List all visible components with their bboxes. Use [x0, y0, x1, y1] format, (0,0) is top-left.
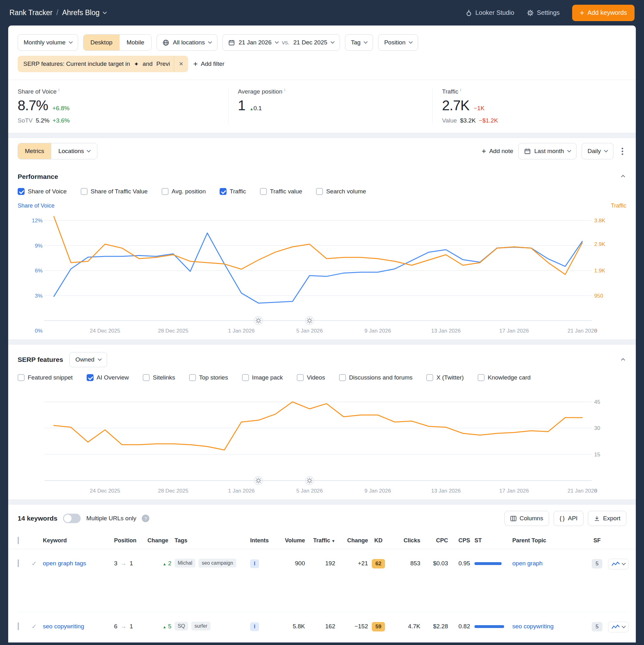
date-range-control[interactable]: 21 Jan 2026 vs. 21 Dec 2025 — [222, 34, 340, 51]
serp-discussions[interactable]: Discussions and forums — [339, 374, 413, 381]
serp-ai-overview[interactable]: AI Overview — [87, 374, 129, 381]
metric-avg-position[interactable]: Avg. position — [162, 188, 206, 195]
tab-metrics[interactable]: Metrics — [18, 143, 51, 159]
chevron-up-icon — [621, 358, 625, 362]
device-desktop-option[interactable]: Desktop — [84, 35, 119, 50]
add-filter-button[interactable]: + Add filter — [193, 60, 224, 68]
checkbox — [339, 374, 346, 381]
col-cps[interactable]: CPS — [448, 537, 470, 544]
export-button[interactable]: Export — [588, 511, 626, 526]
collapse-serp-button[interactable] — [620, 355, 626, 364]
add-keywords-button[interactable]: + Add keywords — [572, 5, 635, 21]
intent-badge[interactable]: I — [250, 559, 259, 568]
breadcrumb-root[interactable]: Rank Tracker — [9, 8, 53, 17]
collapse-performance-button[interactable] — [620, 172, 626, 181]
col-volume[interactable]: Volume — [277, 537, 305, 544]
serp-features-filter-chip[interactable]: SERP features: Current include target in… — [18, 56, 188, 72]
col-keyword[interactable]: Keyword — [43, 537, 114, 544]
remove-filter-icon[interactable]: × — [174, 56, 188, 72]
svg-text:12%: 12% — [32, 218, 42, 224]
col-intents[interactable]: Intents — [250, 537, 277, 544]
svg-text:9 Jan 2026: 9 Jan 2026 — [364, 488, 391, 494]
parent-topic-link[interactable]: open graph — [512, 560, 542, 567]
device-mobile-option[interactable]: Mobile — [119, 35, 151, 50]
download-icon — [594, 515, 600, 521]
position-dropdown[interactable]: Position — [378, 34, 418, 51]
add-note-button[interactable]: + Add note — [482, 147, 513, 155]
serp-image-pack[interactable]: Image pack — [242, 374, 283, 381]
chevron-down-icon[interactable] — [103, 10, 107, 14]
col-kd[interactable]: KD — [368, 537, 389, 544]
date-range-preset-dropdown[interactable]: Last month — [518, 143, 577, 159]
keyword-link[interactable]: open graph tags — [43, 560, 86, 567]
arrow-right-icon: → — [118, 560, 130, 567]
looker-studio-link[interactable]: Looker Studio — [465, 9, 514, 16]
info-icon[interactable]: i — [284, 87, 285, 92]
tag-chip[interactable]: Michal — [175, 559, 195, 568]
col-parent-topic[interactable]: Parent Topic — [512, 537, 588, 544]
svg-text:0%: 0% — [35, 328, 42, 334]
tab-locations[interactable]: Locations — [51, 143, 97, 159]
metric-traffic[interactable]: Traffic — [219, 188, 246, 195]
tag-chip[interactable]: surfer — [191, 622, 210, 631]
checkbox — [80, 188, 88, 195]
table-row: ✓ open graph tags 3→1 ▲ 2 Michal seo cam… — [18, 549, 626, 612]
volume-mode-dropdown[interactable]: Monthly volume — [18, 34, 78, 51]
breadcrumb-project[interactable]: Ahrefs Blog — [62, 8, 100, 17]
locations-dropdown[interactable]: All locations — [157, 34, 217, 51]
svg-text:3.8K: 3.8K — [594, 218, 606, 224]
serp-features-chart[interactable]: 453015024 Dec 202528 Dec 20251 Jan 20265… — [18, 386, 626, 498]
select-all-checkbox[interactable] — [18, 536, 19, 544]
serp-x-twitter[interactable]: X (Twitter) — [426, 374, 464, 381]
serp-sitelinks[interactable]: Sitelinks — [143, 374, 175, 381]
columns-icon — [510, 515, 516, 521]
serp-features-section: SERP features Owned Featured snippet AI … — [8, 345, 636, 499]
tag-chip[interactable]: seo campaign — [198, 559, 236, 568]
position-history-button[interactable] — [608, 622, 629, 632]
tag-dropdown[interactable]: Tag — [345, 34, 373, 51]
col-traffic[interactable]: Traffic▼ — [305, 537, 335, 544]
main-panel: Monthly volume Desktop Mobile All locati… — [8, 25, 636, 642]
serp-top-stories[interactable]: Top stories — [189, 374, 228, 381]
col-position[interactable]: Position — [114, 537, 147, 544]
multiple-urls-toggle[interactable] — [63, 514, 80, 523]
performance-chart[interactable]: 12%9%6%3%0%3.8K2.9K1.9K950024 Dec 202528… — [18, 210, 626, 338]
col-traffic-change[interactable]: Change — [335, 537, 368, 544]
more-options-button[interactable] — [619, 145, 626, 158]
col-tags[interactable]: Tags — [175, 537, 250, 544]
col-sf[interactable]: SF — [588, 537, 606, 544]
row-checkbox[interactable] — [18, 559, 19, 567]
sf-badge[interactable]: 5 — [592, 622, 602, 631]
col-st[interactable]: ST — [470, 537, 512, 544]
metric-traffic-value[interactable]: Traffic value — [260, 188, 302, 195]
info-icon[interactable]: i — [460, 87, 461, 92]
info-icon[interactable]: i — [58, 87, 59, 92]
tag-chip[interactable]: SQ — [175, 622, 188, 631]
granularity-dropdown[interactable]: Daily — [582, 143, 614, 159]
keyword-link[interactable]: seo copywriting — [43, 623, 84, 630]
serp-knowledge-card[interactable]: Knowledge card — [478, 374, 530, 381]
columns-button[interactable]: Columns — [504, 511, 549, 526]
checkbox — [260, 188, 267, 195]
settings-link[interactable]: Settings — [527, 9, 559, 16]
keyword-count: 14 keywords — [18, 514, 57, 522]
metric-share-of-traffic-value[interactable]: Share of Traffic Value — [80, 188, 148, 195]
col-cpc[interactable]: CPC — [420, 537, 448, 544]
intent-badge[interactable]: I — [250, 622, 259, 631]
parent-topic-link[interactable]: seo copywriting — [512, 623, 553, 630]
sf-badge[interactable]: 5 — [592, 559, 602, 569]
up-triangle-icon: ▲ — [163, 625, 166, 629]
owned-dropdown[interactable]: Owned — [69, 352, 107, 367]
help-icon[interactable]: ? — [142, 514, 149, 522]
col-clicks[interactable]: Clicks — [389, 537, 420, 544]
col-change[interactable]: Change — [147, 537, 175, 544]
metric-search-volume[interactable]: Search volume — [316, 188, 366, 195]
sort-desc-icon: ▼ — [331, 539, 335, 543]
up-triangle-icon: ▲ — [250, 107, 253, 111]
metric-share-of-voice[interactable]: Share of Voice — [18, 188, 67, 195]
serp-videos[interactable]: Videos — [297, 374, 325, 381]
serp-featured-snippet[interactable]: Featured snippet — [18, 374, 73, 381]
position-history-button[interactable] — [608, 559, 629, 570]
row-checkbox[interactable] — [18, 622, 19, 630]
api-button[interactable]: { } API — [553, 511, 584, 526]
